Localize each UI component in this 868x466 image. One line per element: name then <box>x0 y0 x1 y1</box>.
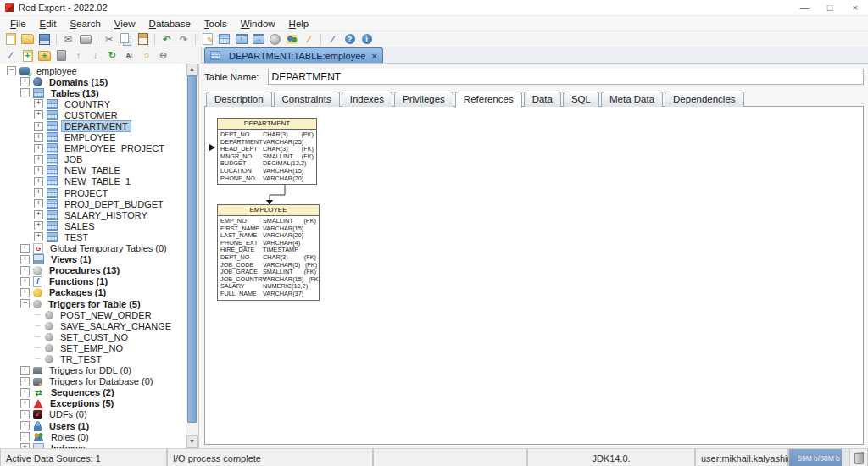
scroll-up-icon[interactable]: ▲ <box>186 64 198 76</box>
menu-edit[interactable]: Edit <box>33 18 64 30</box>
tab-indexes[interactable]: Indexes <box>342 92 392 107</box>
tree-item-exceptions-5[interactable]: +Exceptions (5) <box>0 398 186 409</box>
tree-item-indexes[interactable]: +Indexes <box>0 442 186 448</box>
tree-item-roles-0[interactable]: +Roles (0) <box>0 431 186 442</box>
tree-scrollbar[interactable]: ▲ ▼ <box>186 64 198 448</box>
menu-help[interactable]: Help <box>282 18 316 30</box>
menu-search[interactable]: Search <box>63 18 107 30</box>
menu-tools[interactable]: Tools <box>198 18 234 30</box>
edit-document-icon[interactable] <box>200 32 214 46</box>
add-folder-icon[interactable]: + <box>37 49 52 63</box>
tree-item-packages-1[interactable]: +Packages (1) <box>0 287 186 298</box>
close-button[interactable]: × <box>843 0 868 15</box>
tree-item-functions-1[interactable]: +Functions (1) <box>0 276 186 287</box>
info-icon[interactable]: i <box>359 32 374 46</box>
tree-item-test[interactable]: +TEST <box>0 231 186 242</box>
cut-icon[interactable]: ✂ <box>102 32 116 46</box>
entity-employee[interactable]: EMPLOYEEEMP_NOSMALLINT(PK)FIRST_NAMEVARC… <box>217 204 320 301</box>
minimize-button[interactable]: — <box>792 0 817 15</box>
expander-icon[interactable]: − <box>7 66 16 75</box>
expander-icon[interactable]: − <box>20 299 30 308</box>
globe-icon[interactable] <box>268 32 282 46</box>
tree-item-employee-project[interactable]: +EMPLOYEE_PROJECT <box>0 143 186 154</box>
expander-icon[interactable]: + <box>34 166 43 175</box>
tab-description[interactable]: Description <box>206 92 272 107</box>
tree-item-sales[interactable]: +SALES <box>0 220 186 231</box>
tree-item-views-1[interactable]: +Views (1) <box>0 254 186 265</box>
expander-icon[interactable]: + <box>34 188 43 197</box>
tab-sql[interactable]: SQL <box>563 92 599 107</box>
document-tab-department[interactable]: DEPARTMENT:TABLE:employee × <box>204 47 383 63</box>
expander-icon[interactable]: + <box>34 144 43 153</box>
tree-item-project[interactable]: +PROJECT <box>0 187 186 198</box>
tree-item-tables-13[interactable]: −Tables (13) <box>0 87 186 98</box>
pen-icon[interactable]: ∕ <box>3 49 18 63</box>
expander-icon[interactable]: + <box>20 244 30 253</box>
save-icon[interactable] <box>37 32 52 46</box>
expander-icon[interactable]: + <box>20 77 30 86</box>
expander-icon[interactable]: + <box>34 232 43 241</box>
tree-item-employee[interactable]: −employee <box>0 65 186 76</box>
expander-icon[interactable]: + <box>20 421 30 430</box>
tree-item-triggers-for-table-5[interactable]: −Triggers for Table (5) <box>0 298 186 309</box>
tree-item-set-cust-no[interactable]: ─SET_CUST_NO <box>0 331 186 342</box>
tree-item-tr-test[interactable]: ─TR_TEST <box>0 353 186 364</box>
export-window-icon[interactable]: ↑ <box>234 32 248 46</box>
expander-icon[interactable]: + <box>34 122 43 131</box>
references-diagram-canvas[interactable]: DEPARTMENTDEPT_NOCHAR(3)(PK)DEPARTMENTVA… <box>204 106 864 445</box>
scrollbar-thumb[interactable] <box>187 75 197 423</box>
tree-item-new-table[interactable]: +NEW_TABLE <box>0 165 186 176</box>
new-document-icon[interactable] <box>3 32 18 46</box>
expander-icon[interactable]: + <box>34 99 43 108</box>
expander-icon[interactable]: + <box>34 221 43 230</box>
wrench-icon[interactable]: ∕ <box>302 32 316 46</box>
tree-item-global-temporary-tables-0[interactable]: +Global Temporary Tables (0) <box>0 243 186 254</box>
tree-item-users-1[interactable]: +Users (1) <box>0 420 186 431</box>
table-name-input[interactable] <box>268 69 864 85</box>
refresh-icon[interactable]: ↻ <box>105 49 120 63</box>
expander-icon[interactable]: + <box>20 388 30 397</box>
users-icon[interactable] <box>285 32 299 46</box>
expander-icon[interactable]: + <box>20 410 30 419</box>
tree-item-triggers-for-ddl-0[interactable]: +Triggers for DDL (0) <box>0 365 186 376</box>
search-icon[interactable]: ○ <box>139 49 153 63</box>
menu-window[interactable]: Window <box>234 18 282 30</box>
expander-icon[interactable]: + <box>20 266 30 275</box>
new-record-icon[interactable] <box>217 32 231 46</box>
tree-item-employee[interactable]: +EMPLOYEE <box>0 132 186 143</box>
tree-item-customer[interactable]: +CUSTOMER <box>0 109 186 120</box>
expander-icon[interactable]: + <box>20 288 30 297</box>
tree-item-save-salary-change[interactable]: ─SAVE_SALARY_CHANGE <box>0 320 186 331</box>
expander-icon[interactable]: + <box>34 177 43 186</box>
expander-icon[interactable]: + <box>20 432 30 441</box>
menu-file[interactable]: File <box>3 18 33 30</box>
menu-database[interactable]: Database <box>142 18 198 30</box>
tree-item-salary-history[interactable]: +SALARY_HISTORY <box>0 209 186 220</box>
undo-icon[interactable]: ↶ <box>159 32 174 46</box>
tab-close-icon[interactable]: × <box>370 51 376 61</box>
open-folder-icon[interactable] <box>20 32 35 46</box>
tree-item-proj-dept-budget[interactable]: +PROJ_DEPT_BUDGET <box>0 198 186 209</box>
tree-item-triggers-for-database-0[interactable]: +Triggers for Database (0) <box>0 376 186 387</box>
expander-icon[interactable]: + <box>34 210 43 219</box>
tree-item-procedures-13[interactable]: +Procedures (13) <box>0 265 186 276</box>
tree-item-job[interactable]: +JOB <box>0 154 186 165</box>
collapse-icon[interactable]: ⊖ <box>156 49 170 63</box>
expander-icon[interactable]: + <box>20 443 30 448</box>
move-down-icon[interactable]: ↓ <box>88 49 103 63</box>
expander-icon[interactable]: + <box>20 366 30 375</box>
tree-item-department[interactable]: +DEPARTMENT <box>0 120 186 131</box>
tab-dependencies[interactable]: Dependencies <box>665 92 744 107</box>
expander-icon[interactable]: + <box>20 277 30 286</box>
copy-icon[interactable] <box>119 32 133 46</box>
connect-icon[interactable]: ∕ <box>326 32 340 46</box>
tree-item-set-emp-no[interactable]: ─SET_EMP_NO <box>0 342 186 353</box>
tab-data[interactable]: Data <box>524 92 561 107</box>
expander-icon[interactable]: + <box>20 377 30 386</box>
garbage-collect-button[interactable] <box>849 449 868 466</box>
add-database-icon[interactable]: + <box>20 49 35 63</box>
expander-icon[interactable]: + <box>20 399 30 408</box>
expander-icon[interactable]: − <box>20 88 30 97</box>
tree-item-new-table-1[interactable]: +NEW_TABLE_1 <box>0 176 186 187</box>
maximize-button[interactable]: □ <box>817 0 843 15</box>
